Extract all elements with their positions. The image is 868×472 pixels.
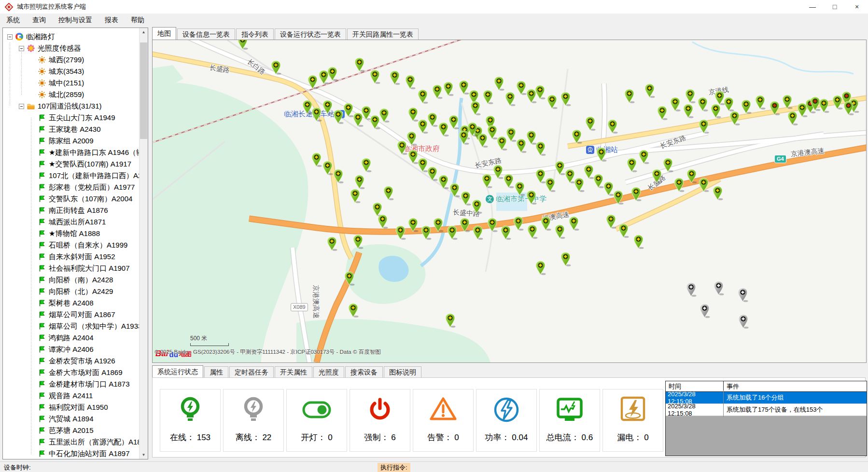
- tree-row[interactable]: 向阳桥（北）A2429: [3, 286, 140, 297]
- map-pin-online[interactable]: [501, 225, 511, 240]
- map-view-tab[interactable]: 设备信息一览表: [177, 28, 235, 40]
- map-pin-online[interactable]: [572, 129, 582, 144]
- scroll-up-icon[interactable]: ▲: [140, 28, 148, 36]
- map-pin-online[interactable]: [271, 60, 281, 75]
- map-pin-online[interactable]: [427, 112, 438, 127]
- map-pin-online[interactable]: [482, 174, 492, 188]
- map-pin-online[interactable]: [698, 97, 708, 111]
- map-pin-alarm[interactable]: [843, 101, 854, 115]
- map-view-tab[interactable]: 指令列表: [236, 28, 274, 40]
- tree-row[interactable]: 陈家组 A2009: [3, 135, 140, 147]
- tree-row[interactable]: 观音路 A2411: [3, 390, 140, 402]
- map-pin-online[interactable]: [639, 150, 649, 164]
- map-pin-online[interactable]: [644, 83, 655, 98]
- map-pin-online[interactable]: [344, 271, 355, 286]
- tree-row[interactable]: 南正街转盘 A1876: [3, 205, 140, 216]
- map-pin-online[interactable]: [782, 95, 793, 109]
- map-pin-online[interactable]: [593, 174, 604, 188]
- map-pin-online[interactable]: [545, 178, 556, 192]
- tree-row[interactable]: 烟草公司对面 A1867: [3, 309, 140, 320]
- event-log-row[interactable]: 2025/3/28 12:15:08系统加载了175个设备，在线153个: [666, 404, 867, 416]
- status-view-tab[interactable]: 光照度: [313, 366, 344, 377]
- tree-row[interactable]: ★交警队西(107南) A1917: [3, 158, 140, 170]
- map-pin-online[interactable]: [421, 225, 432, 240]
- menu-item[interactable]: 查询: [26, 14, 52, 27]
- map-pin-online[interactable]: [555, 224, 565, 239]
- map-pin-offline[interactable]: [714, 281, 724, 295]
- map-pin-online[interactable]: [585, 116, 596, 131]
- map-view-tab[interactable]: 地图: [152, 27, 176, 40]
- tree-row[interactable]: 金桥建材市场门口 A1873: [3, 378, 140, 390]
- tree-row[interactable]: 城中(2151): [3, 77, 140, 89]
- map-pin-online[interactable]: [624, 89, 635, 103]
- map-pin-online[interactable]: [487, 218, 498, 232]
- map-pin-online[interactable]: [333, 110, 344, 124]
- map-pin-online[interactable]: [527, 224, 538, 239]
- tree-row[interactable]: 芭茅塘 A2015: [3, 425, 140, 436]
- tree-row[interactable]: 社会福利院大门口 A1907: [3, 263, 140, 274]
- map-pin-online[interactable]: [408, 150, 419, 164]
- map-pin-online[interactable]: [397, 140, 407, 155]
- map-pin-online[interactable]: [506, 127, 517, 142]
- tree-row[interactable]: ★博物馆 A1888: [3, 228, 140, 239]
- map-pin-online[interactable]: [541, 216, 551, 231]
- tree-row[interactable]: 王家珑巷 A2430: [3, 124, 140, 135]
- map-pin-online[interactable]: [477, 133, 488, 148]
- map-pin-online[interactable]: [427, 167, 438, 181]
- tree-row[interactable]: 交警队东（107南）A2004: [3, 193, 140, 205]
- tree-row[interactable]: 光照度传感器: [3, 42, 140, 54]
- tree-row[interactable]: 福利院对面 A1950: [3, 402, 140, 413]
- map-pin-online[interactable]: [405, 75, 416, 89]
- map-pin-online[interactable]: [535, 169, 546, 183]
- map-pin-online[interactable]: [699, 119, 709, 134]
- tree-row[interactable]: 城东(3543): [3, 66, 140, 77]
- map-pin-online[interactable]: [461, 191, 471, 206]
- map-pin-online[interactable]: [515, 181, 525, 196]
- map-pin-online[interactable]: [418, 119, 428, 134]
- map-pin-online[interactable]: [555, 161, 565, 175]
- map-pin-online[interactable]: [483, 90, 493, 104]
- map-pin-online[interactable]: [699, 178, 709, 192]
- map-pin-online[interactable]: [526, 190, 537, 205]
- map-pin-online[interactable]: [467, 122, 478, 137]
- map-pin-online[interactable]: [596, 147, 607, 162]
- map-pin-online[interactable]: [560, 252, 571, 266]
- map-pin-online[interactable]: [724, 97, 734, 111]
- maximize-button[interactable]: □: [824, 0, 846, 14]
- event-column-header[interactable]: 事件: [724, 381, 867, 391]
- map-view-tab[interactable]: 设备运行状态一览表: [275, 28, 346, 40]
- map-pin-online[interactable]: [322, 161, 333, 175]
- map-pin-online[interactable]: [513, 216, 524, 231]
- status-view-tab[interactable]: 定时器任务: [229, 366, 274, 377]
- map-pin-online[interactable]: [395, 225, 406, 240]
- map-pin-online[interactable]: [487, 125, 498, 139]
- map-pin-offline[interactable]: [738, 288, 748, 302]
- map-pin-online[interactable]: [603, 181, 614, 196]
- tree-row[interactable]: 城北(2859): [3, 89, 140, 100]
- map-pin-offline[interactable]: [738, 314, 749, 329]
- map-pin-online[interactable]: [350, 189, 361, 203]
- map-pin-online[interactable]: [406, 131, 417, 146]
- event-time-column-header[interactable]: 时间: [666, 381, 724, 391]
- map-pin-online[interactable]: [473, 225, 483, 240]
- menu-item[interactable]: 帮助: [125, 14, 151, 27]
- map-pin-online[interactable]: [459, 80, 469, 95]
- map-pin-online[interactable]: [343, 103, 354, 117]
- map-pin-online[interactable]: [574, 178, 585, 192]
- status-view-tab[interactable]: 搜索设备: [345, 366, 383, 377]
- tree-row[interactable]: 向阳桥（南）A2428: [3, 274, 140, 286]
- map-pin-online[interactable]: [311, 153, 322, 167]
- map-pin-online[interactable]: [432, 84, 443, 99]
- tree-row[interactable]: 自来水斜对面 A1952: [3, 251, 140, 263]
- map-pin-online[interactable]: [569, 216, 579, 231]
- map-pin-offline[interactable]: [700, 304, 710, 318]
- tree-scrollbar[interactable]: ▲ ▼: [139, 28, 148, 459]
- map-pin-online[interactable]: [685, 89, 696, 103]
- map-pin-online[interactable]: [311, 107, 322, 122]
- map-pin-online[interactable]: [460, 218, 470, 232]
- tree-row[interactable]: 鸿鹤路 A2404: [3, 332, 140, 344]
- map-pin-online[interactable]: [652, 169, 662, 183]
- map-pin-online[interactable]: [493, 165, 504, 179]
- menu-item[interactable]: 报表: [98, 14, 125, 27]
- map-pin-online[interactable]: [390, 70, 400, 85]
